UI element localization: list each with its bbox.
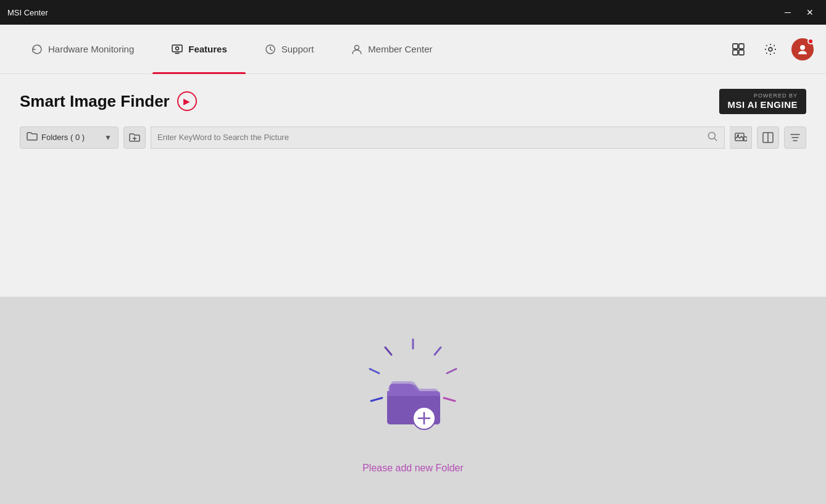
svg-line-13	[715, 138, 717, 141]
user-icon	[351, 43, 363, 56]
empty-state-text: Please add new Folder	[362, 463, 464, 474]
toolbar: Folders ( 0 ) ▼	[20, 126, 806, 149]
titlebar: MSI Center ─ ✕	[0, 0, 826, 25]
close-button[interactable]: ✕	[801, 4, 819, 21]
content-area: Smart Image Finder ▶ POWERED BY MSI AI E…	[0, 74, 826, 297]
folder-icon	[27, 131, 38, 143]
empty-folder-illustration	[351, 327, 475, 450]
svg-point-3	[355, 45, 359, 49]
folder-selector[interactable]: Folders ( 0 ) ▼	[20, 126, 119, 149]
svg-rect-0	[172, 45, 182, 52]
navbar: Hardware Monitoring Features	[0, 25, 826, 74]
folder-select-label: Folders ( 0 )	[41, 133, 101, 142]
play-icon: ▶	[183, 96, 190, 106]
filter-button[interactable]	[784, 126, 806, 149]
tab-hardware-label: Hardware Monitoring	[48, 44, 134, 54]
svg-rect-6	[733, 50, 738, 55]
svg-line-28	[370, 369, 379, 373]
avatar-notification-dot	[807, 38, 814, 44]
page-title: Smart Image Finder	[20, 92, 170, 111]
search-input[interactable]	[157, 133, 707, 142]
svg-point-1	[176, 47, 179, 50]
nav-right	[727, 38, 814, 60]
split-view-button[interactable]	[757, 126, 779, 149]
avatar[interactable]	[791, 38, 814, 60]
tab-support[interactable]: Support	[246, 25, 333, 74]
window-controls: ─ ✕	[779, 4, 819, 21]
app-area: Hardware Monitoring Features	[0, 25, 826, 504]
svg-line-27	[371, 398, 382, 401]
svg-line-26	[444, 398, 455, 401]
engine-name-label: MSI AI ENGINE	[728, 99, 798, 110]
minimize-button[interactable]: ─	[779, 4, 796, 21]
tab-features[interactable]: Features	[152, 25, 246, 74]
page-header: Smart Image Finder ▶ POWERED BY MSI AI E…	[20, 89, 806, 114]
ai-engine-badge: POWERED BY MSI AI ENGINE	[719, 89, 806, 114]
tab-member-label: Member Center	[368, 44, 432, 54]
svg-point-8	[769, 48, 772, 51]
svg-point-15	[737, 134, 738, 136]
tab-member-center[interactable]: Member Center	[332, 25, 451, 74]
monitor-icon	[171, 43, 183, 56]
refresh-icon	[31, 43, 43, 56]
main-content-area: Please add new Folder	[0, 297, 826, 505]
chevron-down-icon: ▼	[104, 133, 112, 142]
search-bar	[151, 126, 725, 149]
tab-hardware-monitoring[interactable]: Hardware Monitoring	[12, 25, 152, 74]
grid-icon-button[interactable]	[727, 38, 749, 60]
svg-point-9	[800, 45, 805, 50]
svg-line-25	[447, 369, 456, 373]
svg-rect-4	[733, 44, 738, 49]
tab-support-label: Support	[282, 44, 314, 54]
svg-rect-7	[739, 50, 744, 55]
play-button[interactable]: ▶	[177, 91, 197, 111]
image-search-button[interactable]	[730, 126, 752, 149]
empty-state: Please add new Folder	[351, 327, 475, 474]
nav-tabs: Hardware Monitoring Features	[12, 25, 727, 74]
svg-line-29	[385, 347, 391, 355]
settings-icon-button[interactable]	[759, 38, 782, 60]
add-folder-button[interactable]	[123, 126, 146, 149]
tab-features-label: Features	[188, 44, 227, 54]
page-title-area: Smart Image Finder ▶	[20, 91, 197, 111]
clock-icon	[264, 43, 277, 56]
svg-rect-5	[739, 44, 744, 49]
search-icon[interactable]	[707, 131, 718, 144]
app-title: MSI Center	[7, 8, 48, 17]
svg-line-17	[746, 140, 747, 141]
svg-line-24	[435, 347, 441, 355]
powered-by-label: POWERED BY	[754, 93, 798, 99]
svg-point-12	[709, 132, 715, 139]
